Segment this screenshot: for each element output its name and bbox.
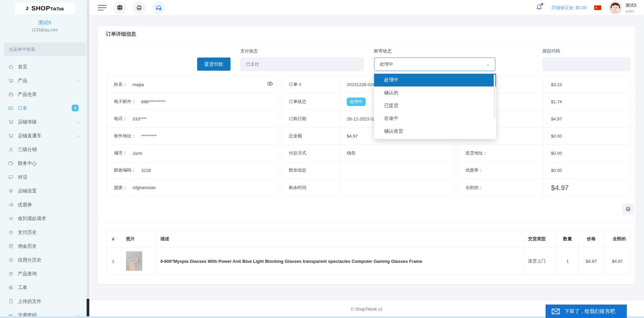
- sidebar-item-5[interactable]: 店铺等级›: [0, 115, 89, 129]
- sidebar-item-2[interactable]: 产品›: [0, 74, 89, 87]
- sidebar-item-label: 店铺设置: [18, 188, 37, 194]
- topbar-user-block[interactable]: 测试5 seller: [625, 2, 637, 13]
- notifications-button[interactable]: [536, 4, 543, 12]
- shipping-option[interactable]: 已提货: [374, 99, 496, 112]
- products-table: #照片描述交货类型数量价格全部的 10-600°Myopia Glasses W…: [107, 230, 631, 275]
- summary-field-value: $4.97: [544, 116, 562, 121]
- payment-status-input[interactable]: [240, 58, 364, 71]
- shipping-option[interactable]: 在途中: [374, 112, 496, 125]
- sidebar-scrollbar-thumb[interactable]: [87, 299, 89, 316]
- shipping-option[interactable]: 确认收货: [374, 125, 496, 138]
- tracking-code-input[interactable]: [543, 58, 630, 71]
- topbar: 店铺保证金: $0.00 ★ 测试5 seller: [89, 0, 644, 15]
- sidebar-scrollbar[interactable]: [87, 0, 89, 316]
- sidebar-item-6[interactable]: 店铺直通车›: [0, 129, 89, 143]
- envelope-icon: [552, 309, 560, 314]
- content-area: 订单详细信息 提货付款 支付状态 邮寄状态 处理中 ⌄ 跟踪代码 处理中确认的已…: [89, 15, 644, 300]
- sidebar-user-email: 1233@qq.com: [0, 28, 89, 32]
- customer-row: 城市：Jurm: [107, 145, 278, 162]
- sidebar-item-17[interactable]: 工单: [0, 281, 89, 294]
- logo-shop-text: SHOP: [31, 5, 50, 12]
- user-icon: [8, 147, 14, 152]
- sidebar-item-4[interactable]: 订单4: [0, 101, 89, 115]
- customer-field-label: 国家：: [114, 185, 127, 191]
- tiktok-note-icon: ♪♪♪: [25, 5, 31, 12]
- order-field-value: 20231226-0244: [340, 82, 377, 87]
- china-flag-icon[interactable]: ★: [594, 5, 601, 10]
- sidebar-user-name: 测试5: [0, 20, 89, 26]
- sidebar-item-7[interactable]: 三级分销: [0, 143, 89, 156]
- doc-icon: [8, 243, 14, 249]
- menu-search-input[interactable]: [4, 42, 85, 56]
- order-field-label: 剩余时间: [282, 179, 340, 196]
- leave-message-button[interactable]: 下班了，给我们留言吧: [546, 305, 627, 318]
- sidebar-item-11[interactable]: 优惠券: [0, 198, 89, 212]
- customer-field-value: Jurm: [132, 151, 142, 156]
- shipping-status-label: 邮寄状态: [374, 48, 392, 54]
- sidebar-item-label: 订单: [18, 105, 27, 111]
- sidebar-item-label: 产品仓库: [18, 92, 37, 98]
- order-field-label: 付款方式: [282, 145, 340, 162]
- headset-icon: [155, 4, 162, 11]
- sidebar-menu: 首页产品›产品仓库订单4店铺等级›店铺直通车›三级分销财务中心对话店铺设置优惠券…: [0, 60, 89, 318]
- shipping-option[interactable]: 处理中: [374, 74, 496, 86]
- customer-field-value: 3226: [141, 168, 151, 173]
- dropdown-scrollbar[interactable]: [494, 74, 495, 119]
- summary-field-value: $0.00: [544, 151, 562, 156]
- support-button[interactable]: [152, 1, 165, 14]
- product-image[interactable]: [126, 251, 142, 271]
- sidebar-item-label: 三级分销: [18, 147, 37, 153]
- sidebar-item-13[interactable]: 支付历史: [0, 225, 89, 239]
- summary-field-value: $0.00: [544, 168, 562, 173]
- order-field-label: 附加信息: [282, 162, 340, 179]
- sidebar-item-1[interactable]: 首页: [0, 60, 89, 74]
- sidebar-item-16[interactable]: 产品查询: [0, 267, 89, 281]
- sidebar-item-18[interactable]: 上传的文件: [0, 294, 89, 308]
- sidebar-item-10[interactable]: 店铺设置: [0, 184, 89, 198]
- product-price: $4.97: [579, 248, 604, 275]
- shipping-option[interactable]: 确认的: [374, 86, 496, 99]
- sidebar-item-8[interactable]: 财务中心: [0, 156, 89, 170]
- globe-icon: [117, 4, 123, 11]
- sidebar-item-label: 收到退款请求: [18, 216, 46, 222]
- sidebar-item-12[interactable]: 收到退款请求: [0, 212, 89, 225]
- sidebar-item-15[interactable]: 信用分历史: [0, 253, 89, 267]
- order-row: 剩余时间: [282, 179, 454, 196]
- ticket-icon: [8, 285, 14, 290]
- shop-deposit-link[interactable]: 店铺保证金: $0.00: [551, 5, 587, 11]
- shop-tiktok-logo[interactable]: ♪♪♪ SHOP TikTok: [15, 3, 75, 14]
- language-globe-button[interactable]: [113, 1, 126, 14]
- summary-field-value: $3.23: [544, 82, 562, 87]
- products-header-cell: 数量: [557, 231, 579, 248]
- menu-toggle-icon[interactable]: [98, 3, 106, 12]
- eye-icon[interactable]: [267, 81, 273, 87]
- sidebar-item-label: 财务中心: [18, 161, 37, 167]
- customer-row: 国家：Afghanistan: [107, 179, 278, 196]
- products-table-header: #照片描述交货类型数量价格全部的: [107, 231, 631, 248]
- warehouse-icon: [8, 92, 14, 97]
- cart-icon: [8, 119, 14, 125]
- shipping-status-select[interactable]: 处理中 ⌄: [374, 58, 495, 71]
- avatar[interactable]: [609, 1, 622, 14]
- order-field-label: 总金额: [282, 128, 340, 144]
- sidebar-item-3[interactable]: 产品仓库: [0, 87, 89, 101]
- payment-status-label: 支付状态: [240, 48, 258, 54]
- clock-icon: [8, 257, 14, 263]
- leave-message-label: 下班了，给我们留言吧: [564, 308, 615, 315]
- products-header-cell: 描述: [156, 231, 523, 248]
- customer-field-label: 电子邮件：: [114, 99, 136, 105]
- customer-field-label: 邮政编码：: [114, 167, 136, 173]
- cod-button[interactable]: 提货付款: [197, 58, 231, 71]
- summary-field-value: $0.00: [544, 134, 562, 139]
- sidebar-item-9[interactable]: 对话: [0, 170, 89, 184]
- chevron-right-icon: ›: [78, 133, 79, 139]
- order-status-badge: 处理中: [347, 98, 366, 106]
- sidebar-item-14[interactable]: 佣金历史: [0, 239, 89, 253]
- sidebar-item-label: 信用分历史: [18, 257, 41, 263]
- avatar-image: [609, 1, 622, 14]
- product-description: 0-600°Myopia Glasses With Power Anti Blu…: [156, 248, 523, 275]
- print-topbar-button[interactable]: [133, 1, 146, 14]
- print-order-button[interactable]: [622, 203, 634, 215]
- customer-field-value: 666**********: [141, 99, 165, 104]
- products-table-body: 10-600°Myopia Glasses With Power Anti Bl…: [107, 248, 631, 275]
